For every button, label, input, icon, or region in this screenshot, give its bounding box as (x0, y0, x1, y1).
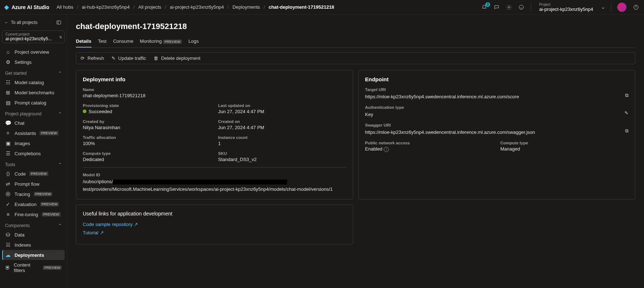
sidebar-item-prompt-catalog[interactable]: ▤Prompt catalog (2, 98, 65, 108)
auth-label: Authentication type (365, 105, 629, 110)
sidebar-item-overview[interactable]: ⌂Project overview (2, 47, 65, 57)
tab-test[interactable]: Test (98, 36, 107, 48)
sidebar: ← To all projects Current project ai-pro… (0, 15, 67, 288)
refresh-button[interactable]: ⟳Refresh (81, 55, 104, 61)
help-icon[interactable] (632, 4, 640, 11)
crumb-all-hubs[interactable]: All hubs (57, 4, 73, 10)
delete-deployment-button[interactable]: 🗑Delete deployment (154, 55, 200, 61)
brand[interactable]: ◆ Azure AI Studio (4, 4, 49, 11)
settings-icon[interactable] (505, 4, 513, 11)
sidebar-item-prompt-flow[interactable]: ⇄Prompt flow (2, 179, 65, 189)
sidebar-item-fine-tuning[interactable]: ≡Fine-tuningPREVIEW (2, 209, 65, 219)
crumb-hub[interactable]: ai-hub-kp23xnz6y5np4 (82, 4, 130, 10)
edit-icon[interactable]: ✎ (624, 110, 628, 116)
sidebar-item-model-catalog[interactable]: ☷Model catalog (2, 77, 65, 87)
sidebar-item-assistants[interactable]: ✧AssistantsPREVIEW (2, 128, 65, 138)
back-label: To all projects (11, 20, 37, 25)
notifications-icon[interactable]: 3 (481, 4, 488, 11)
sidebar-item-label: Settings (15, 59, 32, 65)
name-label: Name (83, 87, 346, 92)
crumb-sep: / (133, 4, 135, 10)
prov-label: Provisioning state (83, 103, 211, 108)
model-id-label: Model ID (83, 173, 346, 177)
sidebar-section-components[interactable]: Components⌃ (2, 219, 65, 230)
benchmark-icon: ⊞ (5, 90, 11, 95)
smile-icon[interactable] (518, 4, 525, 11)
sidebar-item-chat[interactable]: 💬Chat (2, 118, 65, 128)
sidebar-item-evaluation[interactable]: ✓EvaluationPREVIEW (2, 199, 65, 209)
prov-value: Succeeded (83, 109, 211, 114)
sidebar-item-indexes[interactable]: ☵Indexes (2, 240, 65, 250)
project-selector[interactable]: Project ai-project-kp23xnz6y5np4 (537, 3, 595, 12)
crumb-all-projects[interactable]: All projects (138, 4, 162, 10)
sidebar-item-model-benchmarks[interactable]: ⊞Model benchmarks (2, 87, 65, 98)
model-suffix: test/providers/Microsoft.MachineLearning… (83, 186, 333, 192)
update-traffic-button[interactable]: ✎Update traffic (111, 55, 146, 61)
sidebar-item-images[interactable]: ▣Images (2, 138, 65, 148)
sidebar-section-playground[interactable]: Project playground⌃ (2, 108, 65, 118)
current-project-select[interactable]: Current project ai-project-kp23xnz6y5...… (2, 30, 65, 43)
avatar[interactable] (617, 3, 627, 12)
section-title: Components (5, 223, 30, 228)
back-to-projects[interactable]: ← To all projects (4, 20, 37, 25)
sidebar-item-label: Fine-tuning (15, 212, 38, 217)
compute-label: Compute type (83, 151, 211, 156)
sidebar-item-tracing[interactable]: ⦿TracingPREVIEW (2, 189, 65, 199)
sidebar-section-get-started[interactable]: Get started⌃ (2, 67, 65, 77)
external-link-icon: ↗ (100, 230, 104, 235)
chevron-up-icon: ⌃ (58, 111, 62, 116)
copy-icon[interactable]: ⧉ (625, 128, 628, 134)
sidebar-item-settings[interactable]: ⚙Settings (2, 57, 65, 67)
card-title: Deployment info (83, 76, 346, 82)
sidebar-item-label: Prompt flow (15, 181, 40, 187)
chat-icon: 💬 (5, 120, 11, 126)
sidebar-item-code[interactable]: ⟨⟩CodePREVIEW (2, 169, 65, 179)
sidebar-item-data[interactable]: ⛁Data (2, 230, 65, 240)
chevron-sort-icon: ⇅ (59, 35, 62, 39)
tutorial-link[interactable]: Tutorial ↗ (83, 230, 346, 235)
brand-icon: ◆ (4, 4, 9, 11)
top-right: 3 Project ai-project-kp23xnz6y5np4 ⌄ (481, 3, 640, 12)
section-title: Tools (5, 162, 15, 167)
code-sample-link[interactable]: Code sample repository ↗ (83, 222, 346, 227)
collapse-icon[interactable] (55, 19, 62, 26)
tabs: Details Test Consume Monitoring PREVIEW … (76, 36, 635, 48)
top-icons: 3 (481, 4, 525, 11)
crumb-deployments[interactable]: Deployments (232, 4, 260, 10)
sidebar-item-completions[interactable]: ☰Completions (2, 148, 65, 159)
sidebar-item-label: Tracing (15, 192, 30, 197)
info-icon[interactable]: i (384, 147, 389, 152)
main-content: chat-deployment-1719521218 Details Test … (67, 15, 644, 288)
tab-monitoring[interactable]: Monitoring PREVIEW (140, 36, 182, 48)
swagger-value: https://mloe-kp23xnz6y5np4.swedencentral… (365, 129, 629, 135)
chevron-down-icon[interactable]: ⌄ (601, 4, 605, 10)
sidebar-section-tools[interactable]: Tools⌃ (2, 159, 65, 169)
endpoint-card: Endpoint Target URI https://mloe-kp23xnz… (358, 70, 636, 199)
pill-label: Current project (5, 32, 61, 36)
preview-tag: PREVIEW (34, 192, 53, 196)
traffic-label: Traffic allocation (83, 135, 211, 140)
tab-logs[interactable]: Logs (188, 36, 199, 48)
sidebar-item-label: Code (15, 171, 26, 177)
card-title: Useful links for application development (83, 211, 346, 217)
notification-badge: 3 (485, 2, 490, 7)
copy-icon[interactable]: ⧉ (625, 92, 628, 98)
tab-details[interactable]: Details (76, 36, 91, 48)
sidebar-item-label: Model benchmarks (15, 90, 54, 95)
sidebar-item-label: Content filters (14, 262, 39, 273)
sidebar-item-label: Deployments (15, 252, 44, 258)
crumb-project[interactable]: ai-project-kp23xnz6y5np4 (170, 4, 224, 10)
external-link-icon: ↗ (134, 222, 138, 227)
edit-icon: ✎ (111, 55, 115, 61)
button-label: Refresh (87, 55, 104, 61)
sku-value: Standard_DS3_v2 (218, 157, 346, 162)
feedback-icon[interactable] (493, 4, 500, 11)
chevron-up-icon: ⌃ (58, 223, 62, 228)
tab-consume[interactable]: Consume (113, 36, 133, 48)
link-text: Code sample repository (83, 222, 133, 227)
svg-point-1 (519, 5, 523, 9)
sidebar-item-label: Evaluation (15, 202, 37, 207)
pna-value: Enabledi (365, 146, 493, 152)
sidebar-item-content-filters[interactable]: ⛨Content filtersPREVIEW (2, 260, 65, 275)
sidebar-item-deployments[interactable]: ☁Deployments (2, 250, 65, 260)
